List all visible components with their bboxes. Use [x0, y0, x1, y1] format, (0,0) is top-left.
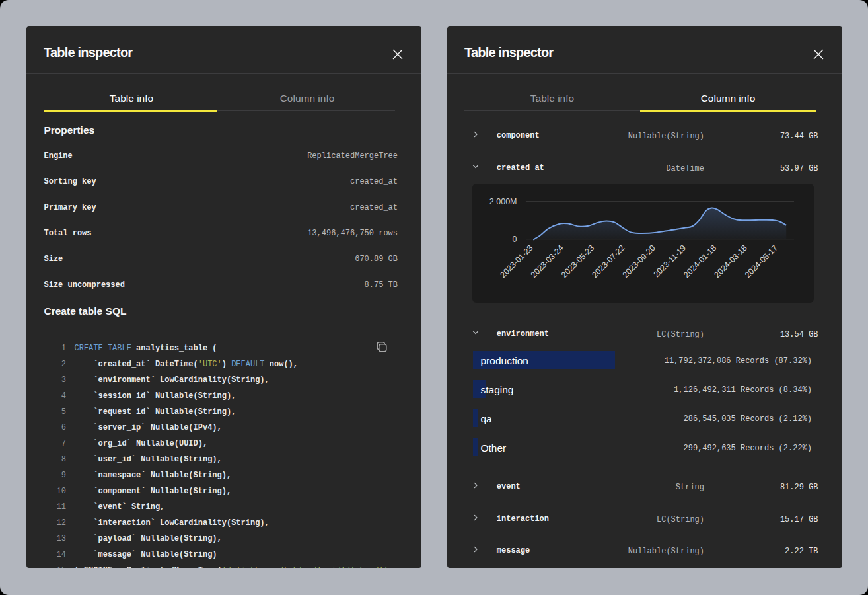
- svg-text:2 000M: 2 000M: [489, 197, 517, 206]
- svg-text:0: 0: [512, 235, 517, 244]
